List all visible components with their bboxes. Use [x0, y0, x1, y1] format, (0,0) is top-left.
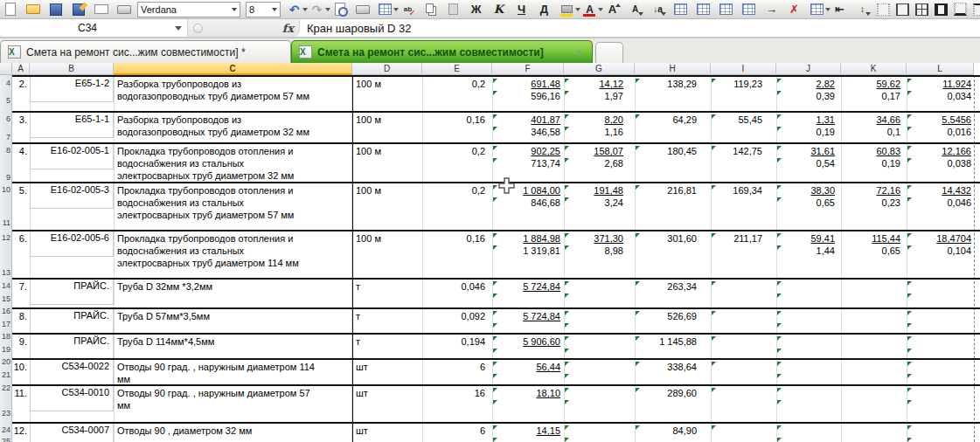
estimate-row-11[interactable]: 11.С534-0010Отводы 90 град. , наружным д… — [12, 384, 980, 422]
underline-button[interactable]: Ч — [513, 2, 530, 17]
cell-H[interactable]: 84,90 — [635, 425, 711, 437]
row-header-18[interactable]: 18 — [2, 332, 10, 341]
row-header-15[interactable]: 15 — [2, 294, 10, 303]
estimate-row-2[interactable]: 2.Е65-1-2Разборка трубопроводов из водог… — [12, 75, 980, 111]
cell-J[interactable]: 0,19 — [776, 126, 841, 138]
cell-H[interactable]: 263,34 — [635, 280, 711, 293]
cell-A[interactable]: 3. — [12, 114, 30, 126]
increase-font-icon[interactable]: А — [604, 2, 621, 17]
indent-right-icon[interactable]: → — [763, 2, 780, 17]
cell-D[interactable]: 100 м — [352, 232, 422, 245]
merge-cells-icon[interactable] — [718, 2, 734, 17]
table-style-icon[interactable] — [740, 2, 757, 17]
cell-F[interactable]: 5 906,60 — [492, 335, 564, 348]
cell-description[interactable]: Труба D 114мм*4,5мм — [114, 335, 349, 348]
border-none-icon[interactable] — [877, 3, 890, 16]
decrease-font-icon[interactable]: А — [627, 2, 643, 17]
cell-D[interactable]: шт — [352, 387, 422, 399]
cell-D[interactable]: т — [352, 310, 422, 322]
cell-description[interactable]: Отводы 90 град. , наружным диаметром 57 … — [114, 387, 349, 411]
cell-H[interactable]: 301,60 — [635, 232, 711, 245]
cell-L[interactable]: 0,104 — [907, 245, 974, 257]
insert-function-icon[interactable]: fx — [282, 22, 294, 35]
cell-B[interactable]: С534-0022 — [30, 360, 114, 384]
cell-J[interactable]: 38,30 — [776, 184, 841, 197]
row-header-19[interactable]: 19 — [2, 345, 10, 354]
border-bottom-icon[interactable] — [954, 3, 967, 16]
cell-B[interactable]: ПРАЙС. — [30, 309, 114, 333]
cell-A[interactable]: 2. — [12, 78, 30, 90]
cell-D[interactable]: т — [352, 280, 422, 293]
cell-H[interactable]: 338,64 — [635, 361, 711, 373]
cell-E[interactable]: 0,2 — [422, 145, 492, 157]
undo-icon[interactable]: ↶ — [286, 2, 302, 17]
cell-K[interactable]: 0,1 — [841, 126, 907, 138]
cell-A[interactable]: 11. — [12, 387, 30, 399]
cell-E[interactable]: 6 — [422, 361, 492, 373]
cell-G[interactable]: 191,48 — [564, 184, 635, 197]
row-header-20[interactable]: 20 — [2, 357, 10, 366]
cell-F[interactable]: 1 319,81 — [492, 245, 564, 257]
cell-description[interactable]: Труба D 57мм*3,5мм — [114, 310, 349, 322]
border-outside-icon[interactable] — [896, 3, 909, 16]
cell-D[interactable]: шт — [352, 361, 422, 373]
cell-E[interactable]: 0,16 — [422, 232, 492, 245]
row-header-10[interactable]: 10 — [2, 185, 10, 194]
cell-F[interactable]: 596,16 — [492, 90, 564, 102]
redo-icon[interactable]: ↷ — [309, 2, 325, 17]
row-header-25[interactable]: 25 — [2, 437, 10, 442]
cell-L[interactable]: 0,046 — [907, 197, 974, 209]
column-header-D[interactable]: D — [352, 63, 422, 75]
paste-icon[interactable] — [445, 2, 462, 17]
cell-E[interactable]: 0,092 — [422, 310, 492, 322]
row-header-11[interactable]: 11 — [3, 218, 10, 227]
cell-L[interactable]: 18,4704 — [907, 232, 974, 245]
select-all-corner[interactable] — [0, 63, 12, 75]
cell-D[interactable]: т — [352, 335, 422, 348]
cell-K[interactable]: 0,23 — [841, 197, 907, 209]
border-thick-box-icon[interactable] — [935, 3, 948, 16]
column-header-K[interactable]: K — [841, 63, 907, 75]
bold-button[interactable]: Ж — [468, 2, 484, 17]
cell-B[interactable]: Е16-02-005-1 — [30, 144, 114, 169]
cell-K[interactable]: 0,19 — [841, 157, 907, 169]
cell-J[interactable]: 0,39 — [776, 90, 841, 102]
cell-E[interactable]: 0,16 — [422, 114, 492, 126]
cell-L[interactable]: 5,5456 — [907, 114, 974, 126]
cell-description[interactable]: Труба D 32мм *3,2мм — [114, 280, 349, 293]
cell-G[interactable]: 1,97 — [564, 90, 635, 102]
cell-K[interactable]: 0,65 — [841, 245, 907, 257]
row-header-21[interactable]: 21 — [2, 370, 10, 379]
fill-handle-icon[interactable]: ↕ — [854, 2, 871, 17]
cell-F[interactable]: 14,15 — [492, 425, 564, 437]
new-tab-stub[interactable] — [595, 42, 623, 63]
estimate-row-10[interactable]: 10.С534-0022Отводы 90 град. , наружным д… — [12, 358, 980, 384]
cell-B[interactable]: С534-0010 — [30, 386, 114, 411]
cell-F[interactable]: 1 884,98 — [492, 232, 564, 245]
cell-J[interactable]: 1,31 — [776, 114, 841, 126]
cell-A[interactable]: 6. — [12, 232, 30, 245]
italic-button[interactable]: K — [490, 2, 507, 17]
cell-K[interactable]: 34,66 — [841, 114, 907, 126]
cell-G[interactable]: 3,24 — [564, 197, 635, 209]
cancel-entry-icon[interactable] — [193, 24, 203, 33]
cell-description[interactable]: Прокладка трубопроводов отопления и водо… — [114, 232, 349, 269]
cell-E[interactable]: 0,046 — [422, 280, 492, 293]
save-as-icon[interactable] — [70, 2, 87, 17]
cell-J[interactable]: 59,41 — [776, 232, 841, 245]
row-header-7[interactable]: 7 — [6, 133, 10, 142]
cell-K[interactable]: 0,17 — [841, 90, 907, 102]
cell-K[interactable]: 72,16 — [841, 184, 907, 197]
cell-B[interactable]: Е16-02-005-6 — [30, 231, 114, 257]
row-header-6[interactable]: 6 — [6, 114, 10, 123]
cell-G[interactable]: 8,98 — [564, 245, 635, 257]
row-header-23[interactable]: 23 — [2, 409, 10, 418]
shift-cells-icon[interactable]: ⇤ — [831, 2, 848, 17]
cell-G[interactable]: 158,07 — [564, 145, 635, 157]
chevron-down-icon[interactable] — [175, 26, 182, 31]
cell-A[interactable]: 9. — [12, 335, 30, 348]
column-header-E[interactable]: E — [422, 63, 492, 75]
cell-H[interactable]: 526,69 — [635, 310, 711, 322]
estimate-row-6[interactable]: 6.Е16-02-005-6Прокладка трубопроводов от… — [12, 230, 980, 278]
cell-A[interactable]: 12. — [12, 425, 30, 437]
